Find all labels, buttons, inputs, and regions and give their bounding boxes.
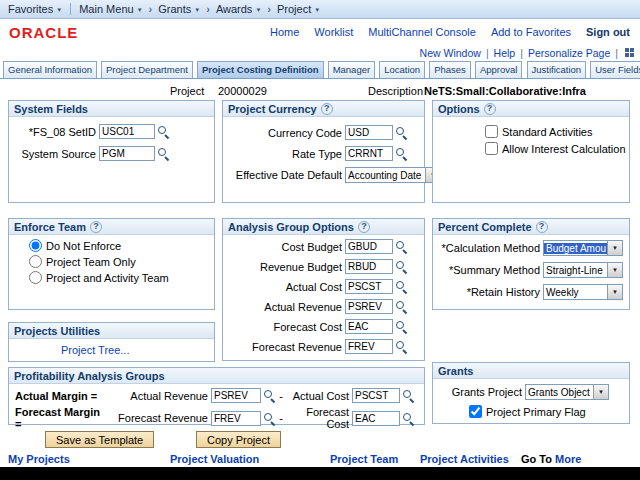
project-currency-title: Project Currency	[228, 103, 317, 115]
minus-separator: -	[276, 412, 286, 424]
cost-budget-lookup-icon[interactable]	[395, 240, 408, 253]
breadcrumb-project[interactable]: Project	[275, 3, 322, 15]
actual-revenue-input[interactable]	[211, 388, 261, 403]
project-and-activity-team-radio[interactable]	[29, 271, 42, 284]
calculation-method-value: Budget Amou	[544, 243, 607, 254]
actual-revenue-input[interactable]	[345, 299, 393, 314]
personalize-page-link[interactable]: Personalize Page	[528, 47, 610, 59]
percent-complete-title: Percent Complete	[438, 221, 532, 233]
calculation-method-select[interactable]: Budget Amou	[543, 240, 623, 256]
cost-budget-input[interactable]	[345, 239, 393, 254]
actual-revenue-lookup-icon[interactable]	[395, 300, 408, 313]
save-as-template-button[interactable]: Save as Template	[45, 431, 154, 448]
header-links: Home Worklist MultiChannel Console Add t…	[270, 26, 630, 38]
calculation-method-label: *Calculation Method	[435, 242, 543, 254]
new-window-link[interactable]: New Window	[420, 47, 481, 59]
setid-label: *FS_08 SetID	[13, 126, 99, 138]
project-team-link[interactable]: Project Team	[330, 453, 398, 465]
sign-out-link[interactable]: Sign out	[586, 26, 630, 38]
project-currency-box: Project Currency Currency Code Rate Type…	[222, 100, 425, 203]
rate-type-lookup-icon[interactable]	[395, 147, 408, 160]
help-icon[interactable]	[90, 221, 102, 233]
revenue-budget-input[interactable]	[345, 259, 393, 274]
currency-code-input[interactable]	[345, 125, 393, 140]
forecast-revenue-input[interactable]	[345, 339, 393, 354]
breadcrumb-favorites[interactable]: Favorites	[6, 3, 64, 15]
system-source-input[interactable]	[99, 146, 155, 161]
project-valuation-link[interactable]: Project Valuation	[170, 453, 259, 465]
help-icon[interactable]	[358, 221, 370, 233]
tab-manager[interactable]: Manager	[328, 61, 376, 78]
actual-cost-lookup-icon[interactable]	[395, 280, 408, 293]
setid-lookup-icon[interactable]	[157, 125, 170, 138]
project-activities-link[interactable]: Project Activities	[420, 453, 509, 465]
breadcrumb-awards[interactable]: Awards	[214, 3, 263, 15]
tab-project-costing-definition[interactable]: Project Costing Definition	[197, 61, 324, 78]
my-projects-link[interactable]: My Projects	[8, 453, 70, 465]
projects-utilities-title: Projects Utilities	[14, 325, 100, 337]
oracle-logo: ORACLE	[9, 24, 78, 41]
forecast-cost-lookup-icon[interactable]	[395, 320, 408, 333]
project-primary-flag-checkbox[interactable]	[469, 405, 482, 418]
tab-phases[interactable]: Phases	[429, 61, 471, 78]
actual-revenue-label: Actual Revenue	[103, 390, 211, 402]
copy-project-button[interactable]: Copy Project	[196, 431, 281, 448]
retain-history-select[interactable]: Weekly	[543, 284, 623, 300]
do-not-enforce-radio[interactable]	[29, 239, 42, 252]
actual-cost-lookup-icon[interactable]	[402, 389, 415, 402]
forecast-cost-lookup-icon[interactable]	[402, 412, 415, 425]
actual-revenue-lookup-icon[interactable]	[263, 389, 276, 402]
tab-user-fields[interactable]: User Fields	[590, 61, 640, 78]
tab-location[interactable]: Location	[379, 61, 425, 78]
calculation-method-row: *Calculation Method Budget Amou	[435, 240, 623, 256]
project-and-activity-team-label: Project and Activity Team	[46, 272, 169, 284]
currency-code-row: Currency Code	[225, 125, 408, 140]
help-icon[interactable]	[536, 221, 548, 233]
rate-type-input[interactable]	[345, 146, 393, 161]
forecast-revenue-lookup-icon[interactable]	[395, 340, 408, 353]
tab-project-department[interactable]: Project Department	[101, 61, 193, 78]
forecast-cost-input[interactable]	[352, 411, 400, 426]
forecast-revenue-input[interactable]	[211, 411, 261, 426]
standard-activities-checkbox[interactable]	[485, 125, 498, 138]
revenue-budget-lookup-icon[interactable]	[395, 260, 408, 273]
tab-approval[interactable]: Approval	[475, 61, 523, 78]
revenue-budget-row: Revenue Budget	[225, 259, 408, 274]
grid-icon[interactable]	[625, 48, 634, 57]
do-not-enforce-label: Do Not Enforce	[46, 240, 121, 252]
home-link[interactable]: Home	[270, 26, 299, 38]
project-team-only-radio[interactable]	[29, 255, 42, 268]
grants-header: Grants	[433, 363, 629, 379]
page-utility-bar: New Window Help Personalize Page	[0, 44, 640, 61]
actual-cost-input[interactable]	[345, 279, 393, 294]
system-source-lookup-icon[interactable]	[157, 147, 170, 160]
help-icon[interactable]	[321, 103, 333, 115]
summary-method-label: *Summary Method	[435, 264, 543, 276]
setid-input[interactable]	[99, 124, 155, 139]
project-tree-link[interactable]: Project Tree...	[61, 344, 129, 356]
actual-cost-input[interactable]	[352, 388, 400, 403]
tab-justification[interactable]: Justification	[527, 61, 587, 78]
help-icon[interactable]	[484, 103, 496, 115]
currency-code-lookup-icon[interactable]	[395, 126, 408, 139]
project-id: 20000029	[218, 85, 267, 97]
retain-history-row: *Retain History Weekly	[435, 284, 623, 300]
grants-project-select[interactable]: Grants Object	[525, 384, 609, 400]
worklist-link[interactable]: Worklist	[314, 26, 353, 38]
forecast-cost-input[interactable]	[345, 319, 393, 334]
breadcrumb-main-menu[interactable]: Main Menu	[77, 3, 144, 15]
multichannel-console-link[interactable]: MultiChannel Console	[368, 26, 476, 38]
help-link[interactable]: Help	[494, 47, 516, 59]
tab-general-information[interactable]: General Information	[3, 61, 97, 78]
description-value: NeTS:Small:Collaborative:Infra	[424, 85, 586, 97]
add-to-favorites-link[interactable]: Add to Favorites	[491, 26, 571, 38]
actual-margin-row: Actual Margin = Actual Revenue - Actual …	[15, 388, 415, 403]
breadcrumb-grants[interactable]: Grants	[156, 3, 202, 15]
goto-more-link[interactable]: More	[555, 453, 581, 465]
forecast-revenue-lookup-icon[interactable]	[263, 412, 276, 425]
effective-date-select[interactable]: Accounting Date	[345, 167, 441, 183]
allow-interest-checkbox[interactable]	[485, 142, 498, 155]
standard-activities-label: Standard Activities	[502, 126, 593, 138]
effective-date-label: Effective Date Default	[225, 169, 345, 181]
summary-method-select[interactable]: Straight-Line	[543, 262, 623, 278]
